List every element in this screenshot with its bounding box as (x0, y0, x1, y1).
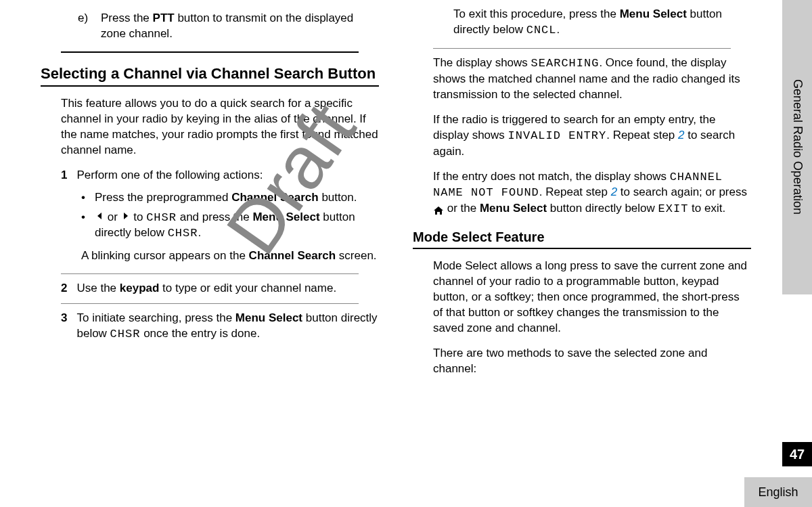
ptt-label: PTT (153, 12, 175, 24)
intro-paragraph: This feature allows you to do a quick se… (61, 96, 379, 158)
right-arrow-icon (121, 210, 131, 219)
step-3-number: 3 (61, 311, 67, 343)
menu-select-label: Menu Select (620, 7, 687, 20)
heading-mode-select: Mode Select Feature (413, 229, 751, 249)
bullet-marker: • (81, 210, 85, 242)
step-1-bullet-1-text: Press the preprogrammed Channel Search b… (95, 190, 357, 206)
searching-paragraph: The display shows SEARCHING. Once found,… (433, 56, 751, 103)
step-2-text: Use the keypad to type or edit your chan… (76, 281, 336, 296)
cncl-code: CNCL (526, 24, 557, 37)
invalid-entry-code: INVALID ENTRY (508, 129, 607, 142)
step-2: 2 Use the keypad to type or edit your ch… (61, 281, 379, 296)
step-1: 1 Perform one of the following actions: (61, 168, 379, 183)
left-column: e) Press the PTT button to transmit on t… (41, 7, 379, 387)
language-label: English (758, 485, 798, 500)
language-box: English (744, 477, 812, 507)
step-2-link[interactable]: 2 (611, 185, 617, 198)
left-arrow-icon (95, 210, 104, 219)
page-number-box: 47 (782, 442, 812, 466)
step-2-number: 2 (61, 281, 67, 296)
channel-search-screen-label: Channel Search (249, 249, 336, 262)
divider (61, 51, 359, 53)
chsr-code: CHSR (168, 227, 198, 240)
exit-code: EXIT (658, 202, 689, 215)
chsr-code: CHSR (110, 328, 141, 340)
invalid-entry-paragraph: If the radio is triggered to search for … (433, 112, 751, 160)
side-section-tab: General Radio Operation (782, 0, 812, 294)
keypad-label: keypad (120, 282, 160, 294)
step-1-number: 1 (61, 168, 67, 183)
exit-procedure-text: To exit this procedure, press the Menu S… (453, 7, 751, 39)
step-2-link[interactable]: 2 (678, 129, 684, 141)
chsr-code: CHSR (146, 211, 177, 224)
side-section-label: General Radio Operation (790, 79, 805, 215)
page-number: 47 (790, 447, 805, 462)
divider (433, 48, 731, 49)
menu-select-label: Menu Select (235, 311, 302, 324)
page-content: e) Press the PTT button to transmit on t… (0, 0, 812, 393)
bullet-marker: • (81, 190, 85, 206)
divider (61, 303, 359, 304)
step-1-bullet-2: • or to CHSR and press the Menu Select b… (81, 210, 379, 242)
right-column: To exit this procedure, press the Menu S… (413, 7, 785, 387)
substep-e: e) Press the PTT button to transmit on t… (78, 11, 379, 42)
substep-e-marker: e) (78, 11, 91, 42)
step-3-text: To initiate searching, press the Menu Se… (76, 311, 379, 343)
searching-code: SEARCHING (531, 57, 600, 70)
mode-select-paragraph: Mode Select allows a long press to save … (433, 259, 751, 336)
step-1-bullet-1: • Press the preprogrammed Channel Search… (81, 190, 379, 206)
two-methods-paragraph: There are two methods to save the select… (433, 346, 751, 377)
menu-select-label: Menu Select (252, 211, 319, 223)
home-icon (433, 204, 444, 214)
substep-e-text: Press the PTT button to transmit on the … (101, 11, 379, 42)
not-found-paragraph: If the entry does not match, the display… (433, 169, 751, 218)
step-1-text: Perform one of the following actions: (76, 168, 263, 183)
step-3: 3 To initiate searching, press the Menu … (61, 311, 379, 343)
step-1-result: A blinking cursor appears on the Channel… (81, 248, 379, 264)
channel-search-label: Channel Search (231, 191, 319, 204)
step-1-bullet-2-text: or to CHSR and press the Menu Select but… (95, 210, 379, 242)
menu-select-label: Menu Select (480, 202, 547, 215)
divider (61, 273, 359, 274)
heading-channel-search: Selecting a Channel via Channel Search B… (41, 65, 379, 87)
